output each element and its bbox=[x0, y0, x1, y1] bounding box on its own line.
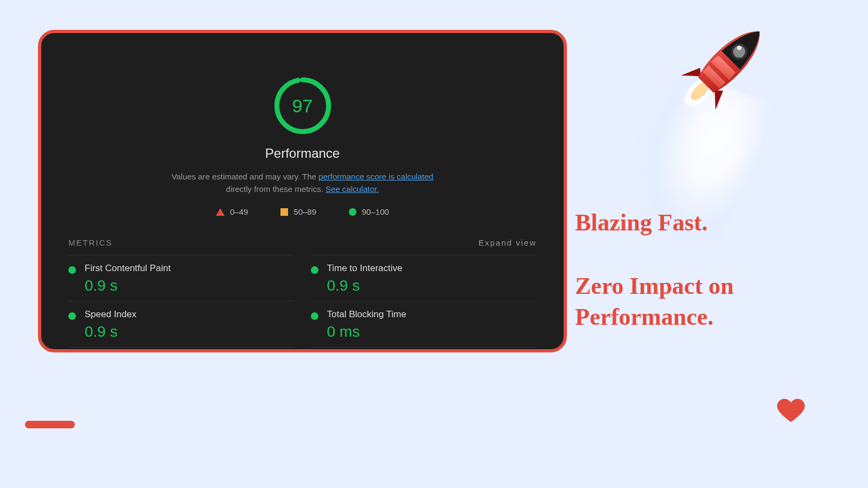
legend-low: 0–49 bbox=[230, 207, 248, 216]
metric-row: First Contentful Paint 0.9 s bbox=[68, 255, 295, 301]
performance-panel: 97 Performance Values are estimated and … bbox=[38, 30, 567, 352]
circle-icon bbox=[349, 208, 356, 216]
legend-high: 90–100 bbox=[362, 207, 389, 216]
metric-name: Time to Interactive bbox=[327, 263, 537, 274]
score-gauge: 97 bbox=[273, 76, 332, 135]
marketing-line2: Zero Impact on Performance. bbox=[575, 271, 770, 332]
metric-name: Speed Index bbox=[85, 309, 295, 320]
status-dot-icon bbox=[311, 312, 318, 320]
status-dot-icon bbox=[311, 266, 318, 274]
status-dot-icon bbox=[68, 312, 76, 320]
metric-row: Time to Interactive 0.9 s bbox=[311, 255, 537, 301]
score-value: 97 bbox=[273, 76, 332, 135]
rocket-icon bbox=[673, 10, 781, 118]
metric-value: 0.9 s bbox=[327, 277, 537, 294]
metric-value: 0.9 s bbox=[85, 277, 295, 294]
panel-subtext: Values are estimated and may vary. The p… bbox=[167, 171, 438, 195]
heart-icon bbox=[776, 396, 806, 426]
see-calculator-link[interactable]: See calculator. bbox=[326, 184, 379, 194]
expand-view-button[interactable]: Expand view bbox=[478, 238, 537, 247]
metric-row: Total Blocking Time 0 ms bbox=[311, 301, 537, 347]
metric-row: Largest Contentful Paint bbox=[68, 347, 295, 352]
score-calc-link[interactable]: performance score is calculated bbox=[318, 172, 433, 181]
triangle-icon bbox=[216, 208, 225, 216]
metric-name: First Contentful Paint bbox=[85, 263, 295, 274]
metric-row: Cumulative Layout Shift bbox=[311, 347, 537, 352]
subtext-prefix: Values are estimated and may vary. The bbox=[171, 172, 318, 181]
subtext-mid: directly from these metrics. bbox=[226, 184, 326, 194]
square-icon bbox=[280, 208, 288, 216]
marketing-line1: Blazing Fast. bbox=[575, 207, 770, 238]
status-dot-icon bbox=[68, 266, 76, 274]
metric-value: 0.9 s bbox=[85, 323, 295, 341]
metric-row: Speed Index 0.9 s bbox=[68, 301, 295, 347]
metric-value: 0 ms bbox=[327, 323, 537, 341]
marketing-copy: Blazing Fast. Zero Impact on Performance… bbox=[575, 207, 770, 333]
panel-title: Performance bbox=[68, 146, 537, 161]
legend-mid: 50–89 bbox=[293, 207, 316, 216]
metric-name: Total Blocking Time bbox=[327, 309, 537, 320]
accent-pill bbox=[25, 421, 75, 428]
score-legend: 0–49 50–89 90–100 bbox=[68, 207, 537, 216]
metrics-heading: METRICS bbox=[68, 238, 113, 247]
